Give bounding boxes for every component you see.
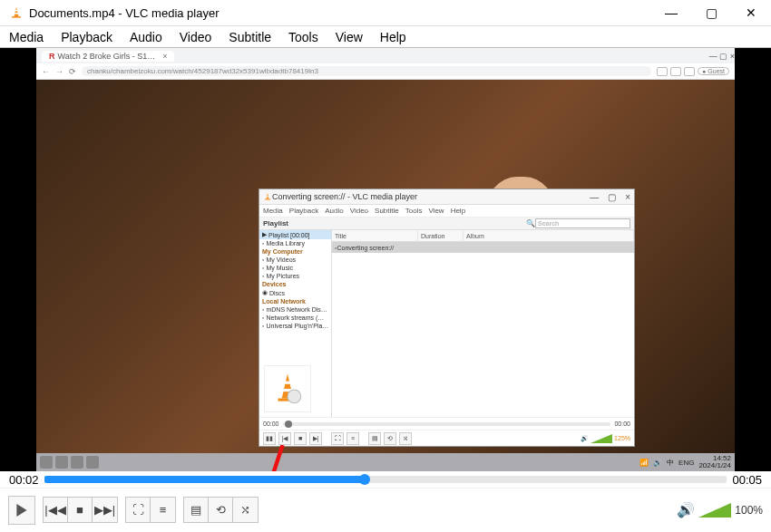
guest-profile-button[interactable]: ● Guest (698, 67, 729, 75)
sidebar-heading-devices: Devices (259, 280, 331, 288)
taskbar-item[interactable] (55, 456, 68, 469)
tray-sound-icon[interactable]: 🔊 (653, 459, 662, 467)
inner-menu-audio[interactable]: Audio (325, 207, 343, 215)
sidebar-item-my-music[interactable]: ▫ My Music (259, 264, 331, 272)
inner-maximize-button[interactable]: ▢ (608, 192, 616, 202)
inner-volume-slider[interactable] (590, 434, 612, 443)
sidebar-item-playlist[interactable]: ▶ Playlist [00:00] (259, 230, 331, 239)
menubar: Media Playback Audio Video Subtitle Tool… (0, 26, 771, 48)
browser-close-icon[interactable]: × (730, 52, 735, 61)
ext-settings-button[interactable]: ≡ (151, 498, 175, 522)
inner-seek-handle[interactable] (285, 421, 292, 428)
sidebar-item-library[interactable]: ▫ Media Library (259, 239, 331, 247)
seek-fill (44, 476, 366, 483)
menu-tools[interactable]: Tools (288, 30, 318, 44)
inner-vlc-window[interactable]: Converting screen:// - VLC media player … (259, 189, 635, 447)
inner-menu-view[interactable]: View (428, 207, 444, 215)
stop-button[interactable]: ■ (68, 498, 93, 522)
playlist-row[interactable]: ▫ Converting screen:// (332, 242, 634, 253)
menu-media[interactable]: Media (9, 30, 44, 44)
previous-button[interactable]: |◀◀ (44, 498, 68, 522)
extension-icon[interactable] (670, 67, 681, 76)
menu-audio[interactable]: Audio (130, 30, 162, 44)
inner-menu-media[interactable]: Media (263, 207, 283, 215)
sidebar-item-streams[interactable]: ▫ Network streams (… (259, 314, 331, 322)
svg-rect-5 (284, 382, 291, 384)
inner-speaker-icon[interactable]: 🔊 (581, 435, 589, 442)
sidebar-item-discs[interactable]: ◉ Discs (259, 288, 331, 297)
video-area[interactable]: R Watch 2 Broke Girls - S1… × — ▢ × ← → … (0, 48, 771, 471)
inner-menu-playback[interactable]: Playback (289, 207, 318, 215)
extension-icon[interactable] (684, 67, 695, 76)
menu-view[interactable]: View (336, 30, 363, 44)
close-tab-icon[interactable]: × (162, 52, 167, 61)
sidebar-item-mdns[interactable]: ▫ mDNS Network Dis… (259, 305, 331, 314)
inner-loop-button[interactable]: ⟲ (384, 432, 396, 445)
inner-menubar: Media Playback Audio Video Subtitle Tool… (259, 205, 634, 218)
inner-random-button[interactable]: ⤭ (399, 432, 412, 445)
fullscreen-button[interactable]: ⛶ (126, 498, 151, 522)
menu-video[interactable]: Video (180, 30, 212, 44)
windows-taskbar: 📶 🔊 中 ENG 14:52 2024/1/24 (36, 453, 735, 471)
inner-content: Title Duration Album ▫ Converting screen… (332, 230, 634, 417)
taskbar-item[interactable] (40, 456, 53, 469)
window-minimize-button[interactable]: — (651, 0, 691, 25)
address-bar[interactable]: chanku/chambelzoku.com/watch/4529187wd32… (82, 66, 651, 76)
speaker-icon[interactable]: 🔊 (677, 501, 695, 518)
browser-min-icon[interactable]: — (709, 52, 717, 61)
menu-subtitle[interactable]: Subtitle (229, 30, 271, 44)
inner-menu-subtitle[interactable]: Subtitle (375, 207, 399, 215)
taskbar-item[interactable] (71, 456, 83, 469)
nav-forward-icon[interactable]: → (55, 67, 63, 76)
menu-playback[interactable]: Playback (61, 30, 112, 44)
seek-track[interactable] (44, 476, 727, 483)
inner-seek-track[interactable] (283, 422, 611, 426)
search-input[interactable]: Search (535, 218, 630, 228)
inner-seekbar[interactable]: 00:00 00:00 (259, 417, 634, 430)
inner-playlist-button[interactable]: ▤ (368, 432, 381, 445)
sidebar-item-my-videos[interactable]: ▫ My Videos (259, 256, 331, 264)
window-close-button[interactable]: ✕ (731, 0, 771, 25)
sidebar-item-my-pictures[interactable]: ▫ My Pictures (259, 272, 331, 280)
col-album[interactable]: Album (464, 230, 634, 241)
browser-tab[interactable]: R Watch 2 Broke Girls - S1… × (42, 51, 174, 62)
col-title[interactable]: Title (332, 230, 418, 241)
inner-ext-settings-button[interactable]: ≡ (346, 432, 359, 445)
inner-pause-button[interactable]: ▮▮ (263, 432, 276, 445)
taskbar-item[interactable] (86, 456, 99, 469)
browser-max-icon[interactable]: ▢ (719, 52, 727, 61)
tray-lang[interactable]: ENG (678, 459, 694, 467)
inner-volume-label: 125% (614, 435, 630, 441)
inner-stop-button[interactable]: ■ (294, 432, 307, 445)
nav-reload-icon[interactable]: ⟳ (69, 67, 76, 76)
titlebar: Documents.mp4 - VLC media player — ▢ ✕ (0, 0, 771, 26)
seek-handle[interactable] (359, 474, 370, 485)
window-maximize-button[interactable]: ▢ (691, 0, 731, 25)
vlc-cone-icon (9, 5, 24, 20)
nav-back-icon[interactable]: ← (42, 67, 50, 76)
inner-fullscreen-button[interactable]: ⛶ (331, 432, 344, 445)
inner-menu-tools[interactable]: Tools (405, 207, 423, 215)
next-button[interactable]: ▶▶| (93, 498, 117, 522)
volume-slider[interactable] (698, 503, 731, 517)
extension-icon[interactable] (657, 67, 668, 76)
random-button[interactable]: ⤭ (233, 498, 258, 522)
inner-close-button[interactable]: × (625, 192, 630, 202)
svg-rect-2 (12, 16, 21, 18)
inner-previous-button[interactable]: |◀ (278, 432, 291, 445)
inner-titlebar[interactable]: Converting screen:// - VLC media player … (259, 189, 634, 205)
tray-wifi-icon[interactable]: 📶 (639, 459, 649, 467)
inner-next-button[interactable]: ▶| (309, 432, 322, 445)
volume-label: 100% (735, 504, 763, 517)
inner-menu-help[interactable]: Help (451, 207, 465, 215)
col-duration[interactable]: Duration (418, 230, 464, 241)
play-button[interactable] (8, 496, 35, 525)
inner-menu-video[interactable]: Video (350, 207, 368, 215)
sidebar-item-upnp[interactable]: ▫ Universal Plug'n'Pla… (259, 322, 331, 330)
loop-button[interactable]: ⟲ (209, 498, 233, 522)
column-headers: Title Duration Album (332, 230, 634, 242)
tray-ime-icon[interactable]: 中 (667, 458, 674, 468)
inner-minimize-button[interactable]: — (590, 192, 599, 202)
menu-help[interactable]: Help (380, 30, 406, 44)
playlist-button[interactable]: ▤ (184, 498, 209, 522)
